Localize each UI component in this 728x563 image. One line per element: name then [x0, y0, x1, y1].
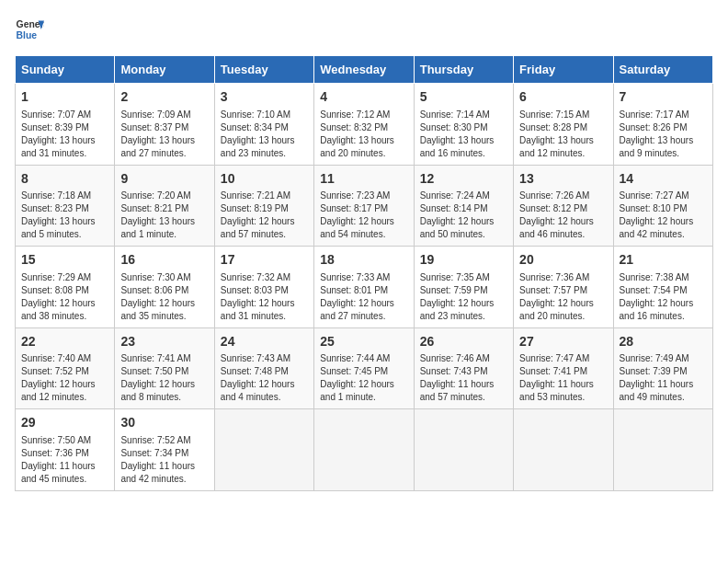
day-number: 10 — [221, 170, 308, 189]
day-info: Sunrise: 7:32 AM Sunset: 8:03 PM Dayligh… — [221, 271, 308, 323]
day-number: 14 — [620, 170, 707, 189]
calendar-cell: 1Sunrise: 7:07 AM Sunset: 8:39 PM Daylig… — [16, 84, 115, 166]
day-info: Sunrise: 7:29 AM Sunset: 8:08 PM Dayligh… — [21, 271, 108, 323]
calendar-cell: 12Sunrise: 7:24 AM Sunset: 8:14 PM Dayli… — [414, 165, 513, 247]
calendar-table: SundayMondayTuesdayWednesdayThursdayFrid… — [15, 55, 713, 491]
day-info: Sunrise: 7:35 AM Sunset: 7:59 PM Dayligh… — [420, 271, 507, 323]
day-info: Sunrise: 7:46 AM Sunset: 7:43 PM Dayligh… — [420, 352, 507, 404]
day-number: 13 — [519, 170, 607, 189]
logo: General Blue — [15, 15, 44, 44]
day-number: 8 — [21, 170, 108, 189]
day-info: Sunrise: 7:17 AM Sunset: 8:26 PM Dayligh… — [620, 109, 707, 160]
day-number: 12 — [420, 170, 507, 189]
calendar-cell: 22Sunrise: 7:40 AM Sunset: 7:52 PM Dayli… — [16, 327, 115, 409]
calendar-cell: 25Sunrise: 7:44 AM Sunset: 7:45 PM Dayli… — [314, 327, 414, 409]
day-info: Sunrise: 7:52 AM Sunset: 7:34 PM Dayligh… — [120, 434, 208, 486]
calendar-cell: 20Sunrise: 7:36 AM Sunset: 7:57 PM Dayli… — [514, 247, 613, 328]
calendar-cell: 2Sunrise: 7:09 AM Sunset: 8:37 PM Daylig… — [115, 84, 214, 166]
weekday-header-wednesday: Wednesday — [314, 56, 414, 84]
day-number: 22 — [21, 333, 108, 351]
calendar-cell: 9Sunrise: 7:20 AM Sunset: 8:21 PM Daylig… — [115, 165, 214, 247]
page-header: General Blue — [15, 15, 713, 44]
day-number: 18 — [320, 251, 407, 270]
day-number: 19 — [420, 251, 507, 270]
day-info: Sunrise: 7:40 AM Sunset: 7:52 PM Dayligh… — [21, 352, 108, 404]
day-info: Sunrise: 7:14 AM Sunset: 8:30 PM Dayligh… — [420, 109, 507, 160]
calendar-cell: 18Sunrise: 7:33 AM Sunset: 8:01 PM Dayli… — [314, 247, 414, 328]
day-number: 23 — [120, 333, 208, 351]
calendar-cell: 23Sunrise: 7:41 AM Sunset: 7:50 PM Dayli… — [115, 327, 214, 409]
day-number: 17 — [221, 251, 308, 270]
calendar-cell: 11Sunrise: 7:23 AM Sunset: 8:17 PM Dayli… — [314, 165, 414, 247]
day-number: 9 — [120, 170, 208, 189]
calendar-cell: 15Sunrise: 7:29 AM Sunset: 8:08 PM Dayli… — [16, 247, 115, 328]
calendar-cell: 26Sunrise: 7:46 AM Sunset: 7:43 PM Dayli… — [414, 327, 513, 409]
calendar-cell: 30Sunrise: 7:52 AM Sunset: 7:34 PM Dayli… — [115, 409, 214, 491]
calendar-cell: 3Sunrise: 7:10 AM Sunset: 8:34 PM Daylig… — [214, 84, 313, 166]
calendar-cell: 28Sunrise: 7:49 AM Sunset: 7:39 PM Dayli… — [613, 327, 712, 409]
calendar-cell: 29Sunrise: 7:50 AM Sunset: 7:36 PM Dayli… — [16, 409, 115, 491]
weekday-header-friday: Friday — [514, 56, 613, 84]
day-info: Sunrise: 7:09 AM Sunset: 8:37 PM Dayligh… — [120, 109, 208, 160]
calendar-week-row: 29Sunrise: 7:50 AM Sunset: 7:36 PM Dayli… — [16, 409, 713, 491]
calendar-cell — [214, 409, 313, 491]
logo-icon: General Blue — [15, 15, 44, 44]
day-info: Sunrise: 7:50 AM Sunset: 7:36 PM Dayligh… — [21, 434, 108, 486]
day-number: 21 — [620, 251, 707, 270]
day-info: Sunrise: 7:21 AM Sunset: 8:19 PM Dayligh… — [221, 190, 308, 241]
day-number: 20 — [519, 251, 607, 270]
day-info: Sunrise: 7:26 AM Sunset: 8:12 PM Dayligh… — [519, 190, 607, 241]
calendar-cell: 8Sunrise: 7:18 AM Sunset: 8:23 PM Daylig… — [16, 165, 115, 247]
day-number: 16 — [120, 251, 208, 270]
day-info: Sunrise: 7:41 AM Sunset: 7:50 PM Dayligh… — [120, 352, 208, 404]
calendar-week-row: 8Sunrise: 7:18 AM Sunset: 8:23 PM Daylig… — [16, 165, 713, 247]
day-number: 2 — [120, 88, 208, 107]
day-info: Sunrise: 7:15 AM Sunset: 8:28 PM Dayligh… — [519, 109, 607, 160]
day-number: 1 — [21, 88, 108, 107]
day-number: 4 — [320, 88, 407, 107]
day-info: Sunrise: 7:24 AM Sunset: 8:14 PM Dayligh… — [420, 190, 507, 241]
calendar-week-row: 1Sunrise: 7:07 AM Sunset: 8:39 PM Daylig… — [16, 84, 713, 166]
calendar-cell: 16Sunrise: 7:30 AM Sunset: 8:06 PM Dayli… — [115, 247, 214, 328]
day-info: Sunrise: 7:38 AM Sunset: 7:54 PM Dayligh… — [620, 271, 707, 323]
calendar-week-row: 22Sunrise: 7:40 AM Sunset: 7:52 PM Dayli… — [16, 327, 713, 409]
day-info: Sunrise: 7:07 AM Sunset: 8:39 PM Dayligh… — [21, 109, 108, 160]
calendar-cell: 13Sunrise: 7:26 AM Sunset: 8:12 PM Dayli… — [514, 165, 613, 247]
calendar-cell: 10Sunrise: 7:21 AM Sunset: 8:19 PM Dayli… — [214, 165, 313, 247]
day-info: Sunrise: 7:27 AM Sunset: 8:10 PM Dayligh… — [620, 190, 707, 241]
day-info: Sunrise: 7:10 AM Sunset: 8:34 PM Dayligh… — [221, 109, 308, 160]
calendar-cell — [414, 409, 513, 491]
calendar-cell: 21Sunrise: 7:38 AM Sunset: 7:54 PM Dayli… — [613, 247, 712, 328]
calendar-cell: 7Sunrise: 7:17 AM Sunset: 8:26 PM Daylig… — [613, 84, 712, 166]
day-number: 3 — [221, 88, 308, 107]
weekday-header-tuesday: Tuesday — [214, 56, 313, 84]
day-number: 29 — [21, 414, 108, 432]
day-info: Sunrise: 7:23 AM Sunset: 8:17 PM Dayligh… — [320, 190, 407, 241]
calendar-cell: 27Sunrise: 7:47 AM Sunset: 7:41 PM Dayli… — [514, 327, 613, 409]
calendar-cell: 5Sunrise: 7:14 AM Sunset: 8:30 PM Daylig… — [414, 84, 513, 166]
day-number: 11 — [320, 170, 407, 189]
day-info: Sunrise: 7:47 AM Sunset: 7:41 PM Dayligh… — [519, 352, 607, 404]
day-info: Sunrise: 7:20 AM Sunset: 8:21 PM Dayligh… — [120, 190, 208, 241]
day-number: 28 — [620, 333, 707, 351]
weekday-header-sunday: Sunday — [16, 56, 115, 84]
day-info: Sunrise: 7:18 AM Sunset: 8:23 PM Dayligh… — [21, 190, 108, 241]
weekday-header-thursday: Thursday — [414, 56, 513, 84]
calendar-cell: 6Sunrise: 7:15 AM Sunset: 8:28 PM Daylig… — [514, 84, 613, 166]
day-info: Sunrise: 7:36 AM Sunset: 7:57 PM Dayligh… — [519, 271, 607, 323]
day-info: Sunrise: 7:12 AM Sunset: 8:32 PM Dayligh… — [320, 109, 407, 160]
weekday-header-monday: Monday — [115, 56, 214, 84]
day-info: Sunrise: 7:49 AM Sunset: 7:39 PM Dayligh… — [620, 352, 707, 404]
day-number: 24 — [221, 333, 308, 351]
calendar-cell: 17Sunrise: 7:32 AM Sunset: 8:03 PM Dayli… — [214, 247, 313, 328]
calendar-cell: 14Sunrise: 7:27 AM Sunset: 8:10 PM Dayli… — [613, 165, 712, 247]
day-info: Sunrise: 7:44 AM Sunset: 7:45 PM Dayligh… — [320, 352, 407, 404]
day-number: 27 — [519, 333, 607, 351]
day-number: 30 — [120, 414, 208, 432]
calendar-cell: 4Sunrise: 7:12 AM Sunset: 8:32 PM Daylig… — [314, 84, 414, 166]
calendar-cell: 19Sunrise: 7:35 AM Sunset: 7:59 PM Dayli… — [414, 247, 513, 328]
calendar-cell: 24Sunrise: 7:43 AM Sunset: 7:48 PM Dayli… — [214, 327, 313, 409]
day-number: 15 — [21, 251, 108, 270]
weekday-header-saturday: Saturday — [613, 56, 712, 84]
calendar-cell — [514, 409, 613, 491]
